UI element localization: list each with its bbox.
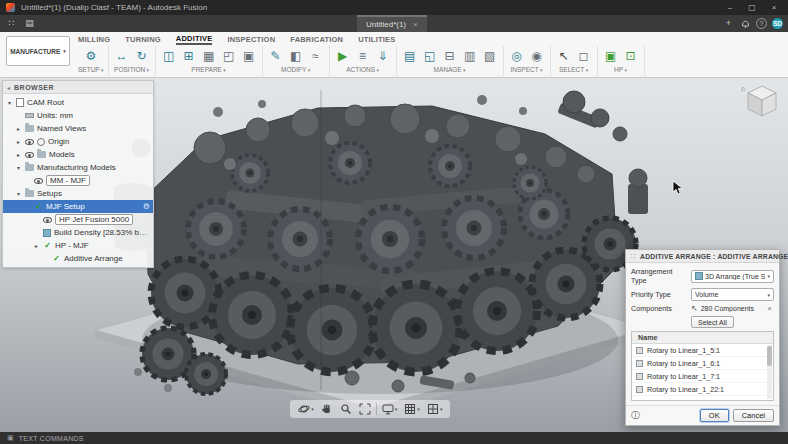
measure-icon[interactable]: ◎ xyxy=(508,47,526,65)
arrange-icon[interactable]: ⊞ xyxy=(180,47,198,65)
orbit-tool[interactable]: ▾ xyxy=(296,402,316,416)
select-all-button[interactable]: Select All xyxy=(691,316,734,328)
components-selection[interactable]: ↖ 280 Components × xyxy=(691,304,774,313)
tree-item-additive-arrange[interactable]: ✓Additive Arrange xyxy=(3,252,153,265)
view-cube[interactable]: ⌂ xyxy=(740,82,782,122)
tree-item-manufacturing-models[interactable]: ▾Manufacturing Models xyxy=(3,161,153,174)
tree-item-units-mm[interactable]: Units: mm xyxy=(3,109,153,122)
tool-library-icon[interactable]: ▤ xyxy=(401,47,419,65)
eye-icon[interactable] xyxy=(25,152,34,158)
text-commands-label[interactable]: TEXT COMMANDS xyxy=(19,435,84,442)
pan-tool[interactable] xyxy=(319,402,335,416)
ribbon-group-label-manage[interactable]: MANAGE xyxy=(434,66,466,73)
move-component-icon[interactable]: ↔ xyxy=(113,47,131,65)
ribbon-tab-milling[interactable]: MILLING xyxy=(78,35,110,44)
automatic-orientation-icon[interactable]: ◫ xyxy=(160,47,178,65)
ribbon-tab-additive[interactable]: ADDITIVE xyxy=(176,34,213,45)
dialog-header[interactable]: ∷ ADDITIVE ARRANGE : ADDITIVE ARRANGE xyxy=(626,250,779,263)
priority-type-select[interactable]: Volume ▾ xyxy=(691,288,774,301)
component-row[interactable]: Rotary to Linear_1_5:1 xyxy=(632,344,773,357)
machine-library-icon[interactable]: ⊟ xyxy=(441,47,459,65)
fit-view-tool[interactable] xyxy=(357,402,373,416)
minimize-button[interactable]: – xyxy=(722,3,738,12)
zoom-tool[interactable] xyxy=(338,402,354,416)
viewports-settings[interactable]: ▾ xyxy=(425,402,445,416)
expander-icon[interactable]: ▸ xyxy=(33,242,40,249)
expander-icon[interactable]: ▸ xyxy=(15,151,22,158)
expander-icon[interactable]: ▾ xyxy=(15,164,22,171)
close-button[interactable]: × xyxy=(766,3,782,12)
expander-icon[interactable]: ▾ xyxy=(6,99,13,106)
simulate-additive-icon[interactable]: ≡ xyxy=(354,47,372,65)
print-settings-icon[interactable]: ◱ xyxy=(421,47,439,65)
ribbon-group-label-modify[interactable]: MODIFY xyxy=(281,66,310,73)
ribbon-tab-utilities[interactable]: UTILITIES xyxy=(358,35,395,44)
hp-export-icon[interactable]: ⊡ xyxy=(622,47,640,65)
ribbon-group-label-hp[interactable]: HP xyxy=(614,66,627,73)
maximize-button[interactable]: ▢ xyxy=(744,3,760,12)
ribbon-tab-fabrication[interactable]: FABRICATION xyxy=(290,35,343,44)
templates-icon[interactable]: ▥ xyxy=(461,47,479,65)
cancel-button[interactable]: Cancel xyxy=(733,409,774,422)
scrollbar-thumb[interactable] xyxy=(767,346,772,366)
tree-item-cam-root[interactable]: ▾CAM Root xyxy=(3,96,153,109)
text-commands-icon[interactable]: ▣ xyxy=(7,434,14,442)
table-scrollbar[interactable] xyxy=(767,345,772,399)
expander-icon[interactable]: ▾ xyxy=(15,190,22,197)
grid-settings[interactable]: ▾ xyxy=(402,402,422,416)
info-icon[interactable]: ⓘ xyxy=(631,411,640,420)
drag-grip-icon[interactable]: ∷ xyxy=(631,252,636,261)
support-structure-icon[interactable]: ▦ xyxy=(200,47,218,65)
tree-item-models[interactable]: ▸Models xyxy=(3,148,153,161)
user-avatar[interactable]: SD xyxy=(772,18,783,29)
edit-support-icon[interactable]: ✎ xyxy=(267,47,285,65)
tree-item-named-views[interactable]: ▸Named Views xyxy=(3,122,153,135)
smooth-icon[interactable]: ≈ xyxy=(307,47,325,65)
document-tab[interactable]: Untitled*(1) × xyxy=(357,15,427,32)
tree-item-hp-jet-fusion-5000[interactable]: HP Jet Fusion 5000 xyxy=(3,213,153,226)
expander-icon[interactable]: ▸ xyxy=(15,125,22,132)
ribbon-group-label-setup[interactable]: SETUP xyxy=(78,66,104,73)
expander-icon[interactable]: ▸ xyxy=(15,138,22,145)
ribbon-group-label-inspect[interactable]: INSPECT xyxy=(511,66,543,73)
eye-icon[interactable] xyxy=(43,217,52,223)
notifications-bell-icon[interactable] xyxy=(740,18,751,29)
ok-button[interactable]: OK xyxy=(700,409,729,422)
section-analysis-icon[interactable]: ◉ xyxy=(528,47,546,65)
ribbon-group-label-position[interactable]: POSITION xyxy=(114,66,149,73)
app-grid-icon[interactable]: ∷ xyxy=(5,15,18,32)
rotate-component-icon[interactable]: ↻ xyxy=(133,47,151,65)
tree-item-hp-mjf[interactable]: ▸✓HP - MJF xyxy=(3,239,153,252)
new-setup-icon[interactable]: ⚙ xyxy=(82,47,100,65)
clear-selection-icon[interactable]: × xyxy=(765,304,774,313)
eye-icon[interactable] xyxy=(34,178,43,184)
ribbon-tab-turning[interactable]: TURNING xyxy=(125,35,161,44)
arrangement-type-select[interactable]: 3D Arrange (True Shape) ▾ xyxy=(691,270,774,283)
component-row[interactable]: Rotary to Linear_1_6:1 xyxy=(632,357,773,370)
bar-supports-icon[interactable]: ◰ xyxy=(220,47,238,65)
hp-build-icon[interactable]: ▣ xyxy=(602,47,620,65)
tree-item-mm-mjf[interactable]: MM - MJF xyxy=(3,174,153,187)
tree-item-mjf-setup[interactable]: ✓MJF Setup⚙ xyxy=(3,200,153,213)
task-manager-icon[interactable]: ▧ xyxy=(481,47,499,65)
data-panel-icon[interactable]: ▤ xyxy=(23,15,36,32)
eye-icon[interactable] xyxy=(25,139,34,145)
help-icon[interactable]: ? xyxy=(756,18,767,29)
tab-close-icon[interactable]: × xyxy=(413,20,418,29)
generate-toolpath-icon[interactable]: ▶ xyxy=(334,47,352,65)
offset-faces-icon[interactable]: ◧ xyxy=(287,47,305,65)
ribbon-group-label-prepare[interactable]: PREPARE xyxy=(191,66,226,73)
component-row[interactable]: Rotary to Linear_1_7:1 xyxy=(632,370,773,383)
collapse-browser-icon[interactable]: ◂ xyxy=(7,84,10,91)
tree-item-origin[interactable]: ▸Origin xyxy=(3,135,153,148)
volume-support-icon[interactable]: ▣ xyxy=(240,47,258,65)
workspace-selector[interactable]: MANUFACTURE ▾ xyxy=(6,36,70,66)
tree-item-build-density-28-53-by-height[interactable]: Build Density [28.53% by height] xyxy=(3,226,153,239)
window-select-icon[interactable]: ◻ xyxy=(575,47,593,65)
ribbon-group-label-select[interactable]: SELECT xyxy=(559,66,588,73)
display-settings[interactable]: ▾ xyxy=(380,402,400,416)
viewport-3d[interactable]: ⌂ ◂ BROWSER ▾CAM RootUnits: mm▸Named Vie… xyxy=(0,78,788,432)
gear-icon[interactable]: ⚙ xyxy=(143,202,150,211)
ribbon-tab-inspection[interactable]: INSPECTION xyxy=(227,35,275,44)
select-arrow-icon[interactable]: ↖ xyxy=(555,47,573,65)
